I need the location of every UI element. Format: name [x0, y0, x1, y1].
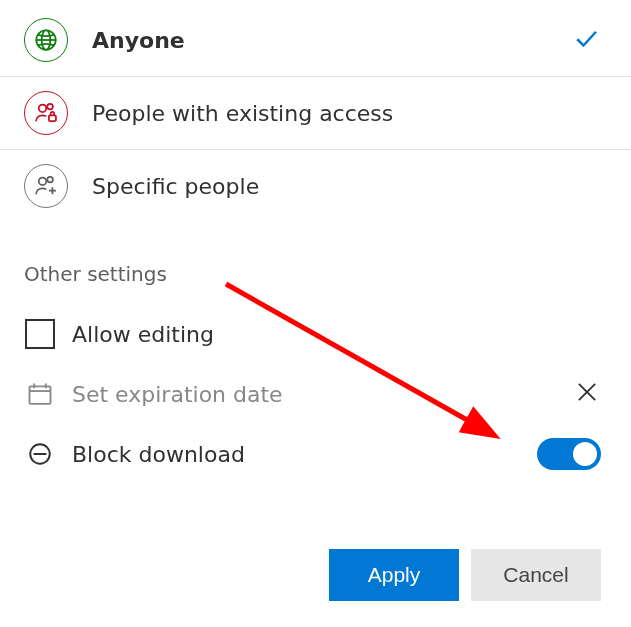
- allow-editing-checkbox[interactable]: [24, 318, 56, 350]
- block-icon: [24, 438, 56, 470]
- option-label: Specific people: [92, 174, 259, 199]
- allow-editing-row[interactable]: Allow editing: [24, 304, 607, 364]
- dialog-buttons: Apply Cancel: [329, 549, 601, 601]
- svg-rect-5: [49, 115, 56, 121]
- svg-point-3: [39, 105, 46, 112]
- set-expiration-row[interactable]: Set expiration date: [24, 364, 607, 424]
- sharing-options-list: Anyone People with existing access: [0, 0, 631, 222]
- calendar-icon: [24, 378, 56, 410]
- people-plus-icon: [24, 164, 68, 208]
- globe-icon: [24, 18, 68, 62]
- sharing-option-specific-people[interactable]: Specific people: [0, 150, 631, 222]
- svg-rect-10: [30, 386, 51, 404]
- cancel-button[interactable]: Cancel: [471, 549, 601, 601]
- other-settings-list: Allow editing Set expiration date: [0, 304, 631, 484]
- check-icon: [571, 23, 601, 57]
- setting-label: Block download: [72, 442, 245, 467]
- clear-expiration-icon[interactable]: [573, 378, 601, 410]
- setting-label: Set expiration date: [72, 382, 283, 407]
- other-settings-heading: Other settings: [0, 222, 631, 304]
- svg-point-7: [47, 177, 53, 183]
- block-download-row: Block download: [24, 424, 607, 484]
- block-download-toggle[interactable]: [537, 438, 601, 470]
- svg-point-6: [39, 178, 46, 185]
- sharing-option-anyone[interactable]: Anyone: [0, 4, 631, 77]
- people-lock-icon: [24, 91, 68, 135]
- sharing-option-existing-access[interactable]: People with existing access: [0, 77, 631, 150]
- setting-label: Allow editing: [72, 322, 214, 347]
- option-label: People with existing access: [92, 101, 393, 126]
- apply-button[interactable]: Apply: [329, 549, 459, 601]
- toggle-knob: [573, 442, 597, 466]
- option-label: Anyone: [92, 28, 185, 53]
- svg-point-4: [47, 104, 53, 110]
